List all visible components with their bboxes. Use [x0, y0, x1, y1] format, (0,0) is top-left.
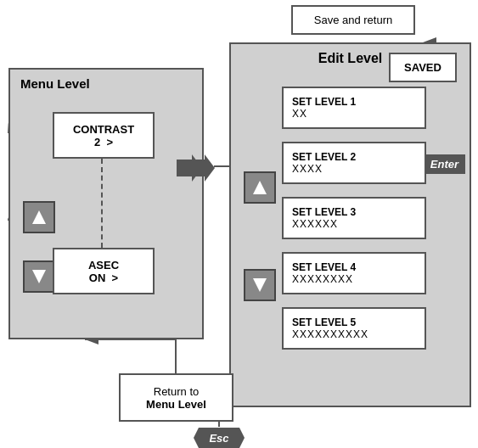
dashed-divider	[101, 159, 103, 256]
set-level-3-value: XXXXXX	[292, 218, 338, 230]
contrast-value: 2 >	[94, 136, 113, 148]
contrast-menu-item[interactable]: CONTRAST 2 >	[53, 112, 155, 159]
svg-marker-14	[32, 270, 46, 283]
menu-arrow-up-button[interactable]	[23, 201, 55, 233]
asec-label: ASEC	[88, 259, 119, 272]
set-level-4-label: SET LEVEL 4	[292, 261, 356, 273]
set-level-1-label: SET LEVEL 1	[292, 96, 356, 108]
set-level-2-label: SET LEVEL 2	[292, 151, 356, 163]
set-level-4-value: XXXXXXXX	[292, 273, 353, 285]
edit-level-panel: Edit Level SAVED Enter SET LEVEL 1 XX SE…	[229, 42, 471, 407]
svg-marker-12	[253, 278, 267, 292]
save-return-button[interactable]: Save and return	[291, 5, 415, 35]
set-level-4-item[interactable]: SET LEVEL 4 XXXXXXXX	[282, 252, 426, 294]
menu-arrow-down-button[interactable]	[23, 260, 55, 293]
saved-box: SAVED	[389, 53, 457, 82]
svg-marker-13	[32, 210, 46, 224]
edit-arrow-down-button[interactable]	[244, 269, 276, 301]
set-level-3-label: SET LEVEL 3	[292, 206, 356, 218]
set-level-5-label: SET LEVEL 5	[292, 316, 356, 328]
return-to-menu-level-box[interactable]: Return to Menu Level	[119, 373, 233, 422]
set-level-5-item[interactable]: SET LEVEL 5 XXXXXXXXXX	[282, 307, 426, 350]
return-line1: Return to	[154, 385, 199, 398]
esc-button[interactable]: Esc	[194, 428, 245, 448]
set-level-2-value: XXXX	[292, 163, 323, 175]
set-level-1-value: XX	[292, 108, 307, 120]
set-level-5-value: XXXXXXXXXX	[292, 328, 368, 340]
svg-marker-11	[253, 181, 267, 194]
edit-arrow-up-button[interactable]	[244, 171, 276, 204]
set-level-1-item[interactable]: SET LEVEL 1 XX	[282, 87, 426, 129]
menu-level-panel: Menu Level CONTRAST 2 > ASEC ON >	[8, 68, 204, 339]
contrast-label: CONTRAST	[73, 123, 134, 136]
menu-level-title: Menu Level	[10, 70, 202, 91]
return-line2: Menu Level	[146, 398, 206, 411]
set-level-3-item[interactable]: SET LEVEL 3 XXXXXX	[282, 197, 426, 239]
asec-value: ON >	[89, 272, 118, 284]
asec-menu-item[interactable]: ASEC ON >	[53, 248, 155, 294]
set-level-2-item[interactable]: SET LEVEL 2 XXXX	[282, 142, 426, 184]
